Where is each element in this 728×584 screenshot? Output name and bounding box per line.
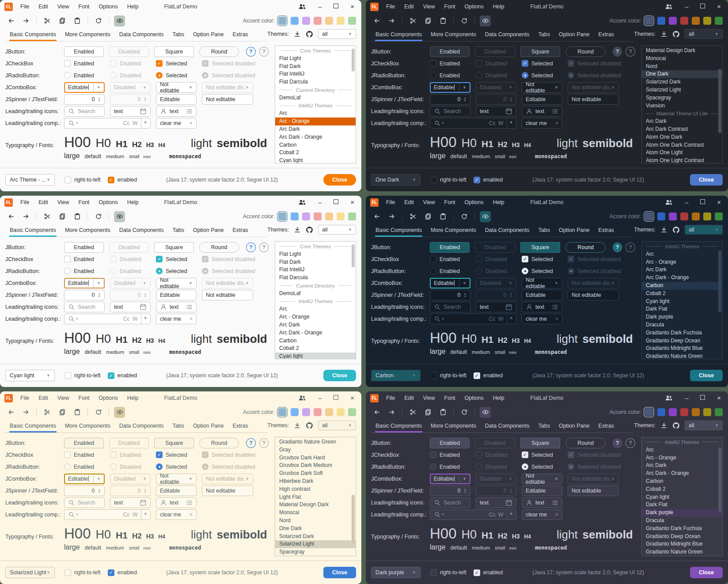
theme-select-combobox[interactable]: Cyan light▼	[5, 370, 55, 381]
refresh-button[interactable]	[93, 211, 104, 222]
checkbox-option[interactable]: ✓Selected disabled	[568, 58, 619, 69]
spinner-arrows-icon[interactable]: ▲▼	[98, 488, 101, 493]
text-field-calendar[interactable]: text	[476, 497, 516, 508]
whole-word-toggle[interactable]: W	[498, 316, 504, 322]
accent-swatch-6[interactable]	[348, 408, 356, 416]
menu-file[interactable]: File	[386, 4, 395, 10]
accent-swatch-4[interactable]	[325, 17, 333, 25]
menu-options[interactable]: Options	[465, 4, 484, 10]
enabled-button[interactable]: Enabled	[64, 438, 104, 448]
accent-swatch-4[interactable]	[692, 17, 700, 25]
maximize-button[interactable]	[334, 199, 338, 205]
maximize-button[interactable]	[334, 4, 338, 10]
theme-list-item[interactable]: Dracula	[642, 517, 722, 525]
scrollbar-thumb[interactable]	[352, 49, 355, 72]
menu-font[interactable]: Font	[444, 395, 455, 401]
theme-list-item[interactable]: Carbon	[275, 141, 356, 149]
github-button[interactable]	[672, 422, 680, 429]
enabled-checkbox[interactable]: ✓enabled	[108, 177, 137, 183]
accent-swatch-1[interactable]	[291, 408, 299, 416]
paste-button[interactable]	[437, 15, 448, 27]
menu-view[interactable]: View	[423, 199, 435, 205]
spinner-arrows-icon[interactable]: ▲▼	[98, 97, 101, 102]
theme-list-item[interactable]: Cyan light	[642, 493, 722, 501]
checkbox-option[interactable]: Disabled	[476, 450, 516, 460]
accent-swatch-2[interactable]	[669, 408, 677, 416]
theme-list-item[interactable]: Arc	[642, 250, 722, 258]
checkbox-option[interactable]: ✓Selected	[156, 450, 197, 460]
tab-data-components[interactable]: Data Components	[481, 225, 534, 236]
menu-font[interactable]: Font	[79, 395, 90, 401]
checkbox-option[interactable]: ✓Selected disabled	[202, 58, 253, 69]
round-button[interactable]: Round	[199, 438, 239, 448]
menu-help[interactable]: Help	[127, 395, 139, 401]
accent-swatch-6[interactable]	[715, 212, 723, 220]
theme-list-item[interactable]: Gradianto Midnight Blue	[642, 540, 722, 548]
themes-list[interactable]: Gradianto Nature GreenGrayGruvbox Dark H…	[275, 437, 356, 556]
tab-basic-components[interactable]: Basic Components	[371, 225, 426, 236]
theme-list-item[interactable]: Flat IntelliJ	[275, 266, 356, 274]
editable-combobox[interactable]: Editable▼	[64, 82, 105, 93]
theme-list-item[interactable]: One Dark	[275, 525, 356, 533]
theme-list-item[interactable]: Flat Light	[275, 55, 356, 63]
accent-swatch-3[interactable]	[680, 408, 688, 416]
tab-more-components[interactable]: More Components	[61, 225, 115, 236]
tab-data-components[interactable]: Data Components	[481, 29, 534, 41]
tab-more-components[interactable]: More Components	[61, 421, 115, 432]
search-with-options-input[interactable]: ▼CcW*	[430, 118, 516, 129]
users-button[interactable]	[665, 394, 673, 402]
clear-me-field[interactable]: clear me×	[522, 118, 562, 129]
clear-me-field[interactable]: clear me×	[156, 118, 197, 129]
minimize-button[interactable]: –	[318, 4, 322, 9]
theme-list-item[interactable]: Atom One Light Contrast	[642, 157, 722, 163]
paste-button[interactable]	[437, 211, 448, 222]
download-theme-button[interactable]	[294, 226, 301, 233]
theme-list-item[interactable]: Vuesion	[642, 102, 722, 110]
scrollbar-thumb[interactable]	[718, 447, 721, 512]
tab-basic-components[interactable]: Basic Components	[5, 29, 61, 41]
not-editable-combobox[interactable]: Not editable▼	[522, 278, 562, 288]
close-button[interactable]: Close	[690, 174, 723, 186]
tab-option-pane[interactable]: Option Pane	[189, 29, 228, 41]
close-window-button[interactable]: ×	[350, 4, 354, 9]
paste-button[interactable]	[72, 15, 83, 27]
accent-swatch-2[interactable]	[669, 17, 677, 25]
theme-list-item[interactable]: Gradianto Deep Ocean	[642, 337, 722, 345]
forward-button[interactable]	[386, 15, 397, 27]
accent-swatch-2[interactable]	[669, 212, 677, 220]
refresh-button[interactable]	[459, 15, 470, 27]
accent-swatch-5[interactable]	[337, 408, 345, 416]
clear-icon[interactable]: ×	[190, 120, 193, 126]
accent-swatch-3[interactable]	[314, 212, 322, 220]
clear-me-field[interactable]: clear me×	[156, 509, 197, 520]
themes-list[interactable]: Core ThemesFlat LightFlat DarkFlat Intel…	[275, 241, 356, 359]
refresh-button[interactable]	[459, 407, 470, 418]
accent-swatch-4[interactable]	[325, 212, 333, 220]
menu-view[interactable]: View	[57, 199, 69, 205]
radio-option[interactable]: Enabled	[430, 266, 470, 277]
theme-list-item[interactable]: Carbon	[642, 282, 722, 290]
clear-me-field[interactable]: clear me×	[156, 314, 197, 324]
tab-tabs[interactable]: Tabs	[534, 29, 554, 41]
theme-list-item[interactable]: Arc Dark - Orange	[642, 274, 722, 282]
themes-list[interactable]: IntelliJ ThemesArcArc - OrangeArc DarkAr…	[641, 437, 723, 556]
spinner[interactable]: 0▲▼	[64, 290, 105, 300]
cut-button[interactable]	[42, 15, 53, 27]
tab-tabs[interactable]: Tabs	[168, 225, 189, 236]
theme-list-item[interactable]: Flat Dark	[275, 63, 356, 71]
tab-extras[interactable]: Extras	[228, 421, 252, 432]
theme-select-combobox[interactable]: Dark purple▼	[371, 567, 421, 578]
show-hidden-toggle[interactable]	[480, 407, 491, 418]
show-hidden-toggle[interactable]	[114, 211, 125, 222]
help-button[interactable]: ?	[613, 243, 622, 252]
tab-data-components[interactable]: Data Components	[115, 225, 168, 236]
regex-toggle[interactable]: *	[510, 315, 512, 322]
checkbox-option[interactable]: ✓Selected disabled	[568, 254, 619, 265]
search-input[interactable]: Search	[64, 106, 105, 117]
editable-combobox[interactable]: Editable▼	[430, 82, 470, 93]
radio-option[interactable]: Disabled	[476, 70, 516, 81]
regex-toggle[interactable]: *	[144, 120, 147, 127]
right-to-left-checkbox[interactable]: right-to-left	[64, 569, 101, 576]
theme-list-item[interactable]: Gradianto Midnight Blue	[642, 345, 722, 353]
tab-tabs[interactable]: Tabs	[168, 29, 189, 41]
